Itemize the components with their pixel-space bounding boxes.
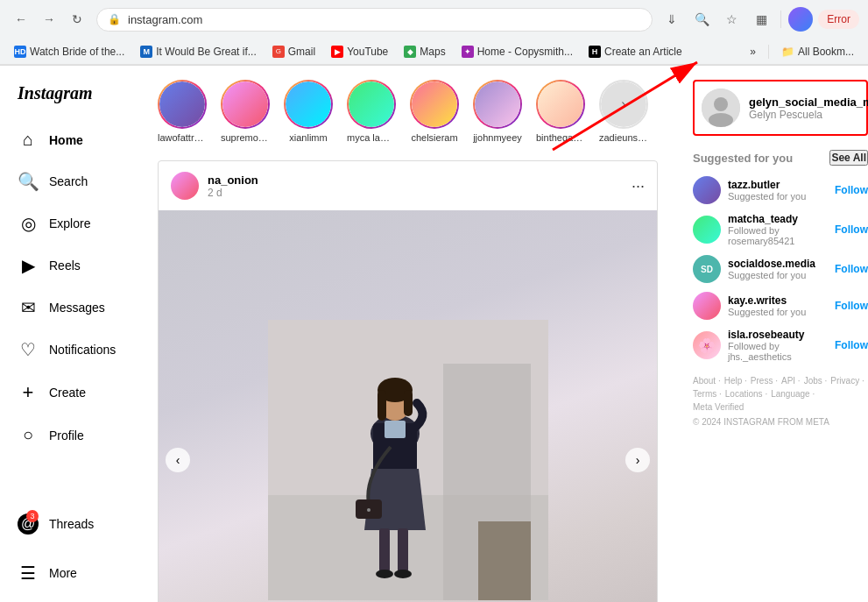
footer-link-terms[interactable]: Terms xyxy=(693,389,722,399)
zoom-button[interactable]: 🔍 xyxy=(689,7,714,32)
bookmark-watch-bride[interactable]: HD Watch Bride of the... xyxy=(9,44,130,60)
follow-button[interactable]: Follow xyxy=(835,223,868,236)
story-item[interactable]: supremo dp xyxy=(221,80,270,143)
lock-icon: 🔒 xyxy=(108,13,121,25)
post-image: ‹ › xyxy=(159,210,657,602)
svg-point-15 xyxy=(376,570,393,578)
footer-link-api[interactable]: API xyxy=(781,376,801,386)
footer-link-press[interactable]: Press xyxy=(751,376,778,386)
footer-link-about[interactable]: About xyxy=(693,376,721,386)
footer-copyright: © 2024 INSTAGRAM FROM META xyxy=(693,417,868,427)
suggested-reason: Suggested for you xyxy=(728,307,828,317)
suggested-title: Suggested for you xyxy=(693,152,793,165)
footer-link-help[interactable]: Help xyxy=(724,376,747,386)
suggested-username[interactable]: socialdose.media xyxy=(728,258,828,270)
footer-link-meta-verified[interactable]: Meta Verified xyxy=(693,402,744,412)
story-item[interactable]: lawofattrac... xyxy=(158,80,207,143)
more-icon: » xyxy=(750,46,756,58)
sidebar-item-search[interactable]: 🔍 Search xyxy=(7,162,133,201)
footer-link-privacy[interactable]: Privacy xyxy=(830,376,864,386)
bookmark-it-would-be[interactable]: M It Would Be Great if... xyxy=(135,44,262,60)
star-button[interactable]: ☆ xyxy=(719,7,744,32)
reload-button[interactable]: ↻ xyxy=(65,7,89,32)
maps-icon: ◆ xyxy=(404,46,416,58)
story-name: chelsieram xyxy=(411,132,457,143)
bookmark-youtube[interactable]: ▶ YouTube xyxy=(326,44,393,60)
follow-button[interactable]: Follow xyxy=(835,300,868,312)
suggested-reason: Followed by jhs._aesthetics xyxy=(728,341,828,362)
sidebar-item-create[interactable]: + Create xyxy=(7,372,133,413)
footer-link-language[interactable]: Language xyxy=(771,389,815,399)
address-bar[interactable]: 🔒 instagram.com xyxy=(96,8,653,32)
threads-badge: 3 xyxy=(26,510,39,522)
separator xyxy=(768,45,769,59)
more-icon: ☰ xyxy=(18,563,39,584)
prev-image-button[interactable]: ‹ xyxy=(166,448,190,472)
messages-icon: ✉ xyxy=(18,297,39,318)
story-item[interactable]: jjohnmyeey xyxy=(473,80,522,143)
gmail-icon: G xyxy=(272,46,285,58)
extension-button[interactable]: ▦ xyxy=(749,7,773,32)
sidebar-item-home[interactable]: ⌂ Home xyxy=(7,121,133,159)
footer-link-jobs[interactable]: Jobs xyxy=(804,376,828,386)
bookmark-all-bookmarks[interactable]: 📁 All Bookm... xyxy=(776,44,859,60)
follow-button[interactable]: Follow xyxy=(835,263,868,275)
bookmark-label: Watch Bride of the... xyxy=(30,46,124,58)
sidebar-item-profile[interactable]: ○ Profile xyxy=(7,416,133,454)
current-username[interactable]: gelyn_social_media_manager xyxy=(749,96,868,109)
story-item[interactable]: chelsieram xyxy=(410,80,459,143)
story-item[interactable]: xianlimm xyxy=(284,80,333,143)
bookmark-maps[interactable]: ◆ Maps xyxy=(399,44,450,60)
suggested-user-avatar: 🌸 xyxy=(693,331,721,359)
browser-toolbar: ← → ↻ 🔒 instagram.com ⇓ 🔍 ☆ ▦ Error xyxy=(0,0,868,39)
story-name: jjohnmyeey xyxy=(473,132,522,143)
story-item[interactable]: binthegard... xyxy=(536,80,585,143)
hd-icon: HD xyxy=(14,46,26,58)
bookmark-create-article[interactable]: H Create an Article xyxy=(583,44,688,60)
bookmark-label: Home - Copysmith... xyxy=(477,46,573,58)
post-area: na_onion 2 d ··· xyxy=(158,160,658,602)
url-text: instagram.com xyxy=(128,13,202,26)
browser-chrome: ← → ↻ 🔒 instagram.com ⇓ 🔍 ☆ ▦ Error HD W… xyxy=(0,0,868,66)
back-button[interactable]: ← xyxy=(9,7,33,32)
sidebar-item-notifications[interactable]: ♡ Notifications xyxy=(7,330,133,369)
sidebar-item-threads[interactable]: @ Threads 3 xyxy=(7,505,133,543)
suggested-user-kay: kay.e.writes Suggested for you Follow xyxy=(693,292,868,320)
copysmith-icon: ✦ xyxy=(462,46,474,58)
see-all-button[interactable]: See All xyxy=(829,150,868,166)
post-username[interactable]: na_onion xyxy=(208,174,623,187)
svg-rect-10 xyxy=(385,421,406,438)
sidebar-item-more[interactable]: ☰ More xyxy=(7,554,133,592)
svg-rect-14 xyxy=(398,528,408,572)
bookmark-home-copysmith[interactable]: ✦ Home - Copysmith... xyxy=(456,44,578,60)
sidebar-item-label: Home xyxy=(49,133,83,147)
post-more-button[interactable]: ··· xyxy=(632,177,645,195)
sidebar-item-label: More xyxy=(49,566,77,580)
story-name: binthegard... xyxy=(536,132,585,143)
error-button[interactable]: Error xyxy=(818,10,859,29)
sidebar-item-reels[interactable]: ▶ Reels xyxy=(7,246,133,285)
footer-link-locations[interactable]: Locations xyxy=(725,389,767,399)
download-button[interactable]: ⇓ xyxy=(660,7,684,32)
story-item[interactable]: myca lama... xyxy=(347,80,396,143)
bookmark-gmail[interactable]: G Gmail xyxy=(267,44,321,60)
suggested-user-info: kay.e.writes Suggested for you xyxy=(728,294,828,317)
suggested-username[interactable]: matcha_teady xyxy=(728,213,828,225)
sidebar-item-label: Profile xyxy=(49,428,84,443)
sidebar-item-explore[interactable]: ◎ Explore xyxy=(7,204,133,243)
explore-icon: ◎ xyxy=(18,213,39,234)
suggested-username[interactable]: isla.rosebeauty xyxy=(728,329,828,341)
ml-icon: M xyxy=(140,46,152,58)
suggested-username[interactable]: kay.e.writes xyxy=(728,294,828,307)
follow-button[interactable]: Follow xyxy=(835,184,868,196)
story-name: myca lama... xyxy=(347,132,396,143)
suggested-user-socialdose: SD socialdose.media Suggested for you Fo… xyxy=(693,255,868,283)
bookmarks-more[interactable]: » xyxy=(745,44,761,60)
suggested-username[interactable]: tazz.butler xyxy=(728,179,828,191)
svg-point-18 xyxy=(714,97,728,111)
sidebar-item-messages[interactable]: ✉ Messages xyxy=(7,288,133,327)
story-item[interactable]: › zadieunsue... xyxy=(599,80,648,143)
next-image-button[interactable]: › xyxy=(625,448,650,472)
forward-button[interactable]: → xyxy=(37,7,61,32)
follow-button[interactable]: Follow xyxy=(835,339,868,351)
